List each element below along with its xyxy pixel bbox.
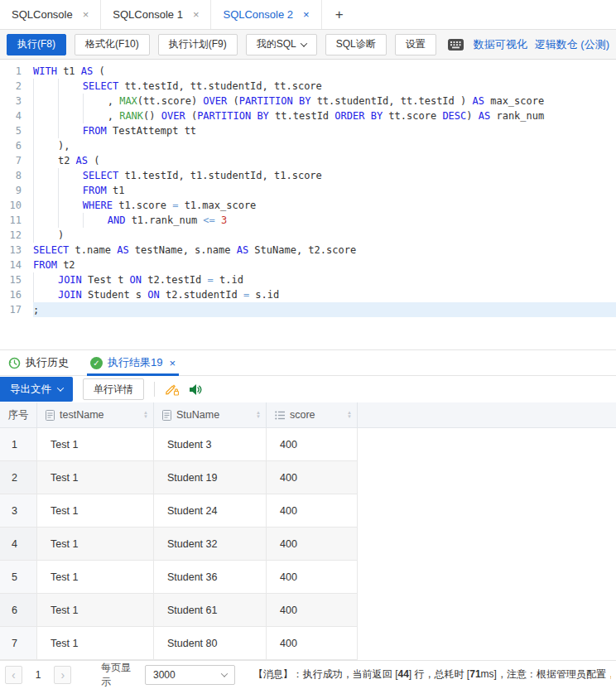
chevron-down-icon	[221, 670, 228, 677]
speaker-icon[interactable]	[189, 383, 203, 396]
editor-line[interactable]: 1WITH t1 AS (	[0, 64, 616, 79]
table-cell[interactable]: Student 36	[154, 561, 267, 594]
logical-warehouse-link[interactable]: 逻辑数仓 (公测)	[535, 37, 609, 52]
editor-line[interactable]: 15 JOIN Test t ON t2.testId = t.id	[0, 272, 616, 287]
table-row: 3Test 1Student 24400	[0, 494, 616, 528]
new-tab-button[interactable]: +	[322, 0, 357, 29]
line-number: 5	[0, 123, 22, 138]
line-number: 11	[0, 213, 22, 228]
table-cell[interactable]: Student 80	[154, 627, 267, 660]
table-cell[interactable]: Test 1	[37, 594, 154, 627]
line-number: 12	[0, 228, 22, 243]
sql-toolbar: 执行(F8) 格式化(F10) 执行计划(F9) 我的SQL SQL诊断 设置 …	[0, 30, 616, 60]
next-page-button[interactable]: ›	[54, 666, 71, 684]
tab-label: SQLConsole 2	[223, 8, 293, 21]
result-panel-tabbar: 执行历史 ✓ 执行结果19 ×	[0, 349, 616, 376]
table-cell[interactable]: Test 1	[37, 428, 154, 461]
page-size-select[interactable]: 3000	[145, 665, 235, 685]
close-icon[interactable]: ×	[193, 8, 200, 21]
table-cell[interactable]: Test 1	[37, 494, 154, 528]
settings-button[interactable]: 设置	[395, 34, 436, 55]
editor-line[interactable]: 16 JOIN Student s ON t2.studentId = s.id	[0, 287, 616, 302]
table-cell[interactable]: 400	[267, 461, 358, 494]
data-visualization-link[interactable]: 数据可视化	[474, 37, 527, 52]
line-code: SELECT t.name AS testName, s.name AS Stu…	[33, 243, 616, 258]
row-index-cell: 7	[0, 627, 37, 660]
table-cell[interactable]: Student 32	[154, 528, 267, 561]
editor-line[interactable]: 9 FROM t1	[0, 183, 616, 198]
execution-history-tab[interactable]: 执行历史	[8, 350, 69, 375]
close-icon[interactable]: ×	[303, 8, 310, 21]
table-cell[interactable]: 400	[267, 594, 358, 627]
line-number: 3	[0, 94, 22, 108]
editor-line[interactable]: 10 WHERE t1.score = t1.max_score	[0, 198, 616, 213]
table-cell[interactable]: Student 24	[154, 494, 267, 528]
number-type-icon	[275, 411, 285, 420]
single-row-detail-button[interactable]: 单行详情	[83, 378, 144, 400]
column-header-stuname[interactable]: StuName ▲▼	[154, 402, 267, 427]
close-icon[interactable]: ×	[83, 8, 89, 21]
line-code: , MAX(tt.score) OVER (PARTITION BY tt.st…	[33, 94, 616, 108]
keyboard-shortcuts-icon[interactable]	[448, 39, 464, 51]
table-cell[interactable]: Test 1	[37, 561, 154, 594]
chevron-down-icon	[300, 40, 306, 46]
table-cell[interactable]: 400	[267, 428, 358, 461]
edit-locked-icon[interactable]	[165, 383, 179, 396]
table-cell[interactable]: 400	[267, 494, 358, 528]
sql-editor[interactable]: 1WITH t1 AS (2 SELECT tt.testId, tt.stud…	[0, 60, 616, 349]
run-button[interactable]: 执行(F8)	[7, 34, 66, 55]
editor-line[interactable]: 2 SELECT tt.testId, tt.studentId, tt.sco…	[0, 79, 616, 94]
result-tab-label: 执行结果19	[108, 355, 162, 370]
row-index-cell: 6	[0, 594, 37, 627]
column-header-score[interactable]: score ▲▼	[267, 402, 358, 427]
close-icon[interactable]: ×	[169, 357, 176, 369]
table-cell[interactable]: Test 1	[37, 461, 154, 494]
line-code: t2 AS (	[33, 153, 616, 168]
execution-result-tab[interactable]: ✓ 执行结果19 ×	[90, 350, 176, 375]
my-sql-dropdown[interactable]: 我的SQL	[246, 34, 317, 55]
editor-line[interactable]: 7 t2 AS (	[0, 153, 616, 168]
editor-line[interactable]: 11 AND t1.rank_num <= 3	[0, 213, 616, 228]
editor-line[interactable]: 12 )	[0, 228, 616, 243]
sort-icon[interactable]: ▲▼	[256, 411, 261, 419]
row-index-cell: 4	[0, 528, 37, 561]
line-code: WHERE t1.score = t1.max_score	[33, 198, 616, 213]
explain-plan-button[interactable]: 执行计划(F9)	[158, 34, 238, 55]
text-type-icon	[46, 410, 55, 421]
sort-icon[interactable]: ▲▼	[347, 411, 352, 419]
line-code: ),	[33, 138, 616, 153]
editor-line[interactable]: 3 , MAX(tt.score) OVER (PARTITION BY tt.…	[0, 94, 616, 108]
line-number: 15	[0, 272, 22, 287]
export-file-dropdown[interactable]: 导出文件	[0, 377, 73, 402]
line-code: FROM TestAttempt tt	[33, 123, 616, 138]
tab-sqlconsole[interactable]: SQLConsole ×	[0, 0, 101, 29]
editor-line[interactable]: 6 ),	[0, 138, 616, 153]
editor-line[interactable]: 14FROM t2	[0, 258, 616, 272]
editor-line[interactable]: 8 SELECT t1.testId, t1.studentId, t1.sco…	[0, 168, 616, 183]
table-cell[interactable]: 400	[267, 528, 358, 561]
prev-page-button[interactable]: ‹	[5, 666, 22, 684]
column-label: StuName	[176, 409, 219, 421]
sql-diagnose-button[interactable]: SQL诊断	[325, 34, 387, 55]
editor-line[interactable]: 4 , RANK() OVER (PARTITION BY tt.testId …	[0, 108, 616, 123]
table-cell[interactable]: Student 3	[154, 428, 267, 461]
table-cell[interactable]: Student 61	[154, 594, 267, 627]
column-header-testname[interactable]: testName ▲▼	[37, 402, 154, 427]
my-sql-label: 我的SQL	[257, 37, 296, 51]
line-code: JOIN Student s ON t2.studentId = s.id	[33, 287, 616, 302]
editor-line[interactable]: 17;	[0, 302, 616, 317]
sort-icon[interactable]: ▲▼	[143, 411, 148, 419]
divider	[154, 382, 155, 397]
table-row: 6Test 1Student 61400	[0, 594, 616, 627]
table-cell[interactable]: Student 19	[154, 461, 267, 494]
table-cell[interactable]: Test 1	[37, 627, 154, 660]
table-cell[interactable]: 400	[267, 561, 358, 594]
table-cell[interactable]: Test 1	[37, 528, 154, 561]
editor-line[interactable]: 13SELECT t.name AS testName, s.name AS S…	[0, 243, 616, 258]
tab-sqlconsole-1[interactable]: SQLConsole 1 ×	[101, 0, 211, 29]
table-cell[interactable]: 400	[267, 627, 358, 660]
tab-sqlconsole-2[interactable]: SQLConsole 2 ×	[211, 0, 321, 29]
editor-line[interactable]: 5 FROM TestAttempt tt	[0, 123, 616, 138]
line-number: 10	[0, 198, 22, 213]
format-button[interactable]: 格式化(F10)	[75, 34, 150, 55]
